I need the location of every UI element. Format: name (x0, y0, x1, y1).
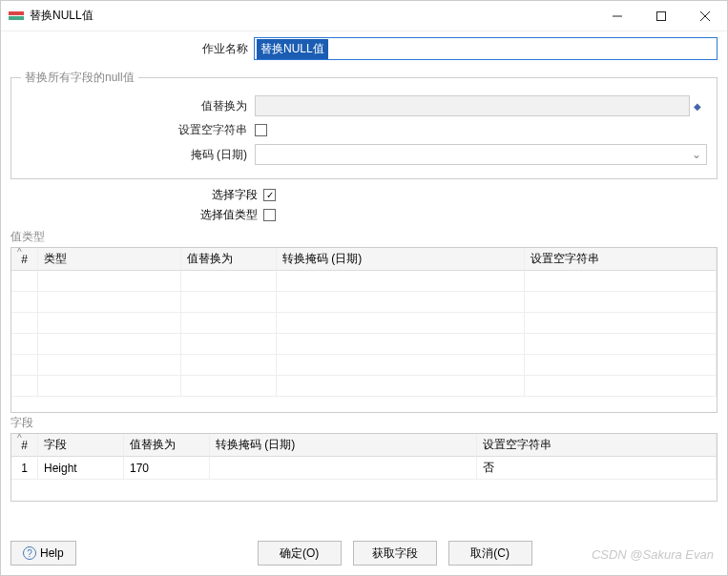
variable-picker-icon[interactable]: ◆ (694, 101, 707, 112)
job-name-input[interactable]: 替换NULL值 (254, 37, 718, 60)
job-name-row: 作业名称 替换NULL值 (10, 37, 718, 60)
cancel-button[interactable]: 取消(C) (448, 541, 532, 566)
cell-mask[interactable] (210, 457, 477, 480)
field-table-body[interactable]: 1 Height 170 否 (11, 457, 717, 501)
type-table-header-type[interactable]: 类型 (38, 248, 181, 271)
window-title: 替换NULL值 (30, 8, 94, 24)
cell-replace[interactable]: 170 (124, 457, 210, 480)
dialog-window: 替换NULL值 作业名称 替换NULL值 替换所有字段的null值 值替换为 ◆… (0, 0, 728, 576)
replace-all-fields-legend: 替换所有字段的null值 (21, 70, 138, 86)
close-button[interactable] (683, 1, 727, 31)
svg-rect-3 (657, 11, 666, 20)
job-name-value: 替换NULL值 (257, 39, 328, 59)
svg-rect-1 (9, 16, 24, 20)
dialog-content: 作业名称 替换NULL值 替换所有字段的null值 值替换为 ◆ 设置空字符串 … (1, 31, 727, 531)
replace-value-label: 值替换为 (21, 98, 255, 114)
minimize-button[interactable] (595, 1, 639, 31)
mask-combo[interactable]: ⌄ (255, 144, 707, 165)
field-table: # 字段 值替换为 转换掩码 (日期) 设置空字符串 1 Height 170 … (10, 433, 718, 502)
select-type-label: 选择值类型 (10, 207, 263, 223)
svg-rect-0 (9, 11, 24, 15)
titlebar: 替换NULL值 (1, 1, 727, 31)
cell-empty[interactable]: 否 (477, 457, 717, 480)
job-name-label: 作业名称 (10, 41, 254, 57)
cell-field[interactable]: Height (38, 457, 124, 480)
help-label: Help (40, 546, 64, 560)
type-table: # 类型 值替换为 转换掩码 (日期) 设置空字符串 (10, 247, 718, 413)
field-table-title: 字段 (10, 415, 718, 431)
set-empty-label: 设置空字符串 (21, 122, 255, 138)
field-table-header-field[interactable]: 字段 (38, 434, 124, 457)
select-type-checkbox[interactable] (263, 209, 276, 221)
field-table-header-mask[interactable]: 转换掩码 (日期) (210, 434, 477, 457)
ok-button[interactable]: 确定(O) (258, 541, 342, 566)
help-icon: ? (23, 546, 36, 560)
cell-idx: 1 (11, 457, 38, 480)
type-table-header-mask[interactable]: 转换掩码 (日期) (277, 248, 525, 271)
select-field-checkbox[interactable]: ✓ (263, 189, 276, 201)
button-bar: ? Help 确定(O) 获取字段 取消(C) (1, 531, 727, 575)
window-controls (595, 1, 727, 31)
type-table-body[interactable] (11, 271, 717, 412)
set-empty-checkbox[interactable] (255, 124, 267, 136)
table-row[interactable]: 1 Height 170 否 (11, 457, 717, 480)
replace-value-input[interactable] (255, 95, 690, 116)
select-field-label: 选择字段 (10, 187, 263, 203)
help-button[interactable]: ? Help (10, 541, 76, 566)
type-table-header-idx[interactable]: # (11, 248, 38, 271)
mask-label: 掩码 (日期) (21, 147, 255, 163)
type-table-header-empty[interactable]: 设置空字符串 (525, 248, 717, 271)
maximize-button[interactable] (639, 1, 683, 31)
get-fields-button[interactable]: 获取字段 (353, 541, 437, 566)
field-table-header-idx[interactable]: # (11, 434, 38, 457)
chevron-down-icon: ⌄ (687, 148, 706, 161)
app-icon (9, 10, 24, 22)
field-table-header-replace[interactable]: 值替换为 (124, 434, 210, 457)
type-table-title: 值类型 (10, 229, 718, 245)
field-table-header-empty[interactable]: 设置空字符串 (477, 434, 717, 457)
type-table-header-replace[interactable]: 值替换为 (181, 248, 277, 271)
replace-all-fields-group: 替换所有字段的null值 值替换为 ◆ 设置空字符串 掩码 (日期) ⌄ (10, 70, 718, 179)
